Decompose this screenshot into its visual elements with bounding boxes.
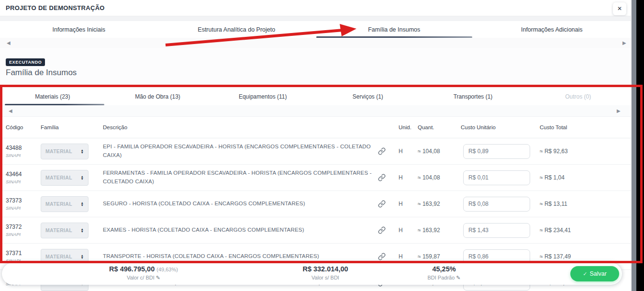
tab-outros: Outros (0): [525, 88, 631, 105]
link-icon[interactable]: [378, 253, 386, 260]
select-caret-icon: ▲▼: [81, 254, 84, 259]
link-icon[interactable]: [378, 200, 386, 208]
item-total-cost: ≈ R$ 13,11: [536, 201, 631, 207]
valor-sem-bdi-stat: R$ 332.014,00 Valor s/ BDI: [241, 265, 410, 280]
table-row: 43464 SINAPI MATERIAL ▲▼ FERRAMENTAS - F…: [0, 165, 631, 191]
unit-cost-input[interactable]: [463, 170, 530, 185]
link-icon[interactable]: [378, 147, 386, 155]
link-icon[interactable]: [378, 226, 386, 234]
col-header-quant: Quant.: [414, 124, 457, 130]
category-scroll-left-icon[interactable]: ◀: [9, 109, 12, 113]
item-unit: H: [395, 148, 414, 155]
bdi-padrao-label: BDI Padrão ✎: [396, 275, 492, 281]
item-code: 37372: [6, 224, 41, 230]
item-unit: H: [395, 227, 414, 234]
item-source: SINAPI: [6, 153, 41, 158]
col-header-unid: Unid.: [395, 124, 414, 130]
item-code: 43464: [6, 171, 41, 178]
window-edge: [636, 0, 644, 291]
category-scroll-right-icon[interactable]: ▶: [617, 109, 621, 113]
tab-informacoes-adicionais[interactable]: Informações Adicionais: [473, 21, 631, 38]
modal-projeto-demonstracao: PROJETO DE DEMONSTRAÇÃO ✕ Informações In…: [0, 0, 644, 291]
col-header-codigo: Código: [6, 124, 41, 130]
tab-materiais[interactable]: Materiais (23): [0, 88, 105, 105]
familia-select[interactable]: MATERIAL ▲▼: [41, 196, 89, 212]
modal-body: EXECUTANDO Família de Insumos Materiais …: [0, 48, 631, 291]
modal-header: PROJETO DE DEMONSTRAÇÃO: [0, 0, 631, 16]
status-badge: EXECUTANDO: [6, 58, 45, 66]
item-code: 37373: [6, 197, 41, 204]
item-description: TRANSPORTE - HORISTA (COLETADO CAIXA - E…: [103, 252, 378, 261]
edit-bdi-padrao-icon[interactable]: ✎: [456, 275, 460, 280]
familia-select-value: MATERIAL: [45, 175, 72, 180]
valor-com-bdi-percent: (49,63%): [156, 267, 178, 272]
valor-com-bdi-value: R$ 496.795,00 (49,63%): [59, 265, 228, 273]
familia-select-value: MATERIAL: [45, 148, 72, 154]
unit-cost-input[interactable]: [463, 197, 530, 212]
item-unit: H: [395, 174, 414, 181]
tab-servicos[interactable]: Serviços (1): [315, 88, 421, 105]
table-row: 43488 SINAPI MATERIAL ▲▼ EPI - FAMILIA O…: [0, 138, 631, 165]
tab-scroll-left-icon[interactable]: ◀: [7, 41, 11, 45]
item-description: EPI - FAMILIA OPERADOR ESCAVADEIRA - HOR…: [103, 143, 378, 160]
unit-cost-input[interactable]: [463, 249, 530, 264]
table-row: 37373 SINAPI MATERIAL ▲▼ SEGURO - HORIST…: [0, 191, 631, 217]
item-source: SINAPI: [6, 232, 41, 237]
item-unit: H: [395, 253, 414, 260]
unit-cost-input[interactable]: [463, 223, 530, 238]
item-total-cost: ≈ R$ 234,41: [536, 227, 631, 234]
table-row: 37372 SINAPI MATERIAL ▲▼ EXAMES - HORIST…: [0, 217, 631, 244]
select-caret-icon: ▲▼: [81, 175, 84, 180]
link-icon[interactable]: [378, 174, 386, 181]
main-tab-scroll-strip: ◀ ▶: [0, 38, 631, 48]
edit-valor-bdi-icon[interactable]: ✎: [156, 275, 160, 280]
select-caret-icon: ▲▼: [81, 228, 84, 233]
valor-com-bdi-label: Valor c/ BDI ✎: [59, 275, 228, 281]
item-unit: H: [395, 201, 414, 207]
col-header-familia: Família: [41, 124, 103, 130]
item-quantity: ≈ 163,92: [414, 201, 457, 207]
tab-familia-de-insumos[interactable]: Família de Insumos: [315, 21, 473, 38]
col-header-descricao: Descrição: [103, 124, 378, 130]
familia-select-value: MATERIAL: [45, 201, 72, 207]
familia-select[interactable]: MATERIAL ▲▼: [41, 144, 89, 159]
tab-transportes[interactable]: Transportes (1): [421, 88, 526, 105]
item-total-cost: ≈ R$ 92,63: [536, 148, 631, 155]
item-source: SINAPI: [6, 179, 41, 184]
item-quantity: ≈ 163,92: [414, 227, 457, 234]
item-code: 37371: [6, 250, 41, 257]
familia-select[interactable]: MATERIAL ▲▼: [41, 170, 89, 186]
tab-equipamentos[interactable]: Equipamentos (11): [210, 88, 315, 105]
item-description: FERRAMENTAS - FAMILIA OPERADOR ESCAVADEI…: [103, 169, 378, 186]
item-source: SINAPI: [6, 205, 41, 211]
tab-estrutura-analitica[interactable]: Estrutura Analítica do Projeto: [158, 21, 316, 38]
tab-mao-de-obra[interactable]: Mão de Obra (13): [105, 88, 211, 105]
main-tab-bar: Informações Iniciais Estrutura Analítica…: [0, 21, 631, 38]
col-header-custo-total: Custo Total: [536, 124, 631, 130]
item-quantity: ≈ 104,08: [414, 148, 457, 155]
valor-sem-bdi-value: R$ 332.014,00: [241, 265, 410, 273]
select-caret-icon: ▲▼: [81, 149, 84, 154]
item-code: 43488: [6, 145, 41, 151]
header-divider: [0, 16, 631, 21]
col-header-custo-unitario: Custo Unitário: [457, 124, 536, 130]
vertical-scrollbar[interactable]: [631, 0, 636, 291]
insumos-card: Materiais (23) Mão de Obra (13) Equipame…: [0, 88, 631, 291]
select-caret-icon: ▲▼: [81, 201, 84, 206]
item-total-cost: ≈ R$ 137,49: [536, 253, 631, 260]
item-quantity: ≈ 159,87: [414, 253, 457, 260]
section-title: Família de Insumos: [6, 68, 77, 78]
save-button[interactable]: ✓Salvar: [570, 266, 619, 281]
unit-cost-input[interactable]: [463, 144, 530, 159]
close-button[interactable]: ✕: [613, 2, 626, 15]
valor-com-bdi-stat: R$ 496.795,00 (49,63%) Valor c/ BDI ✎: [59, 265, 228, 281]
tab-scroll-right-icon[interactable]: ▶: [622, 41, 626, 45]
category-tab-scroll-strip: ◀ ▶: [0, 105, 631, 117]
table-header-row: Código Família Descrição Unid. Quant. Cu…: [0, 117, 631, 138]
familia-select[interactable]: MATERIAL ▲▼: [41, 223, 89, 238]
familia-select[interactable]: MATERIAL ▲▼: [41, 249, 89, 265]
item-total-cost: ≈ R$ 1,04: [536, 174, 631, 181]
item-description: EXAMES - HORISTA (COLETADO CAIXA - ENCAR…: [103, 226, 378, 235]
familia-select-value: MATERIAL: [45, 227, 72, 233]
tab-informacoes-iniciais[interactable]: Informações Iniciais: [0, 21, 158, 38]
